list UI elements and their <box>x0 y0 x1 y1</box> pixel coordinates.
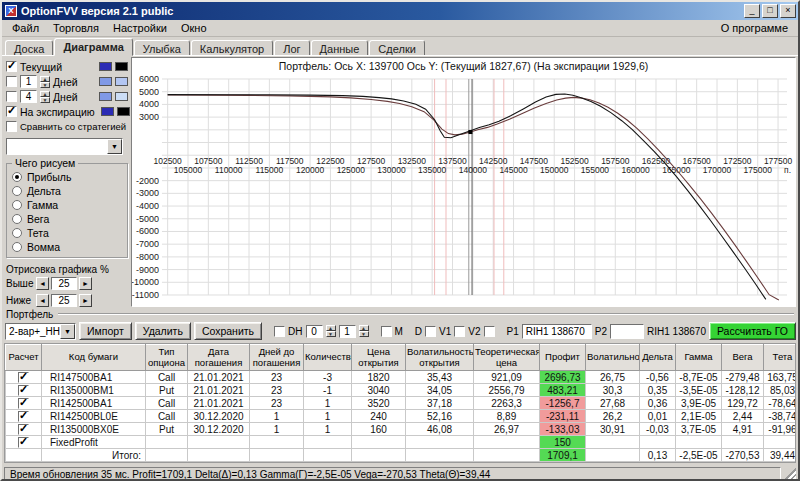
table-row: RI142500BA1Call21.01.2021231352037,18226… <box>6 397 797 410</box>
compare-strategy-checkbox[interactable] <box>6 121 17 132</box>
close-button[interactable]: × <box>780 4 796 18</box>
radio-vomma-row[interactable]: Вомма <box>12 240 122 254</box>
tab-data[interactable]: Данные <box>311 40 369 56</box>
radio-vomma[interactable] <box>12 242 22 252</box>
expiration-color-swatch-2[interactable] <box>117 107 130 116</box>
radio-theta-row[interactable]: Тета <box>12 226 122 240</box>
current-color-swatch-2[interactable] <box>115 62 128 71</box>
days2-spinner[interactable]: ▲▼ <box>40 91 50 103</box>
days2-checkbox[interactable] <box>6 91 17 102</box>
save-button[interactable]: Сохранить <box>194 322 262 340</box>
minimize-button[interactable]: _ <box>744 4 760 18</box>
row-check-cell <box>6 410 42 423</box>
tab-board[interactable]: Доска <box>5 40 53 56</box>
svg-text:125000: 125000 <box>337 165 366 175</box>
tab-deals[interactable]: Сделки <box>369 40 425 56</box>
days1-color-swatch-2[interactable] <box>115 77 128 86</box>
row-calc-checkbox[interactable] <box>18 411 29 422</box>
row-calc-checkbox[interactable] <box>18 398 29 409</box>
cell-gamma: -3,5E-05 <box>676 384 722 397</box>
dh-spin2-spinner[interactable]: ▲▼ <box>359 325 369 337</box>
current-color-swatch-1[interactable] <box>99 62 112 71</box>
days1-checkbox[interactable] <box>6 76 17 87</box>
dh-spin1-spinner[interactable]: ▲▼ <box>326 325 336 337</box>
below-decrease-button[interactable]: ◄ <box>36 294 49 307</box>
radio-vega-row[interactable]: Вега <box>12 212 122 226</box>
p1-input[interactable]: RIH1 138670 <box>522 324 592 339</box>
days2-color-swatch-2[interactable] <box>115 92 128 101</box>
above-value[interactable]: 25 <box>51 277 77 290</box>
table-row: RI142500BL0ECall30.12.20201124052,168,89… <box>6 410 797 423</box>
below-increase-button[interactable]: ► <box>79 294 92 307</box>
cell-qty: 1 <box>304 397 352 410</box>
dh-spin2-value[interactable]: 1 <box>339 325 356 338</box>
v1-checkbox[interactable] <box>454 326 465 337</box>
menu-window[interactable]: Окно <box>174 21 214 35</box>
below-value[interactable]: 25 <box>51 294 77 307</box>
days1-spinner[interactable]: ▲▼ <box>40 76 50 88</box>
p2-input[interactable] <box>610 324 644 339</box>
row-calc-checkbox[interactable] <box>18 385 29 396</box>
row-calc-checkbox[interactable] <box>18 437 29 448</box>
radio-delta[interactable] <box>12 186 22 196</box>
svg-text:110000: 110000 <box>215 165 243 175</box>
tab-log[interactable]: Лог <box>274 40 309 56</box>
dh-checkbox[interactable] <box>274 326 285 337</box>
cell-delta: 0,36 <box>640 397 676 410</box>
column-header: Волатильность <box>586 345 640 371</box>
cell-type <box>146 449 188 462</box>
radio-vega[interactable] <box>12 214 22 224</box>
radio-profit-row[interactable]: Прибыль <box>12 170 122 184</box>
delete-button[interactable]: Удалить <box>135 322 191 340</box>
chevron-down-icon[interactable]: ▼ <box>107 139 122 154</box>
cell-type: Call <box>146 397 188 410</box>
maximize-button[interactable]: □ <box>762 4 778 18</box>
days1-label: Дней <box>53 76 78 88</box>
dh-spin1-value[interactable]: 0 <box>306 325 323 338</box>
calc-go-button[interactable]: Рассчитать ГО <box>709 322 796 340</box>
cell-vega: -128,12 <box>722 384 764 397</box>
d-checkbox[interactable] <box>425 326 436 337</box>
menu-settings[interactable]: Настройки <box>106 21 174 35</box>
chevron-down-icon[interactable]: ▼ <box>60 324 75 339</box>
cell-open_price: 1820 <box>352 371 406 384</box>
radio-profit[interactable] <box>12 172 22 182</box>
above-decrease-button[interactable]: ◄ <box>36 277 49 290</box>
row-calc-checkbox[interactable] <box>18 372 29 383</box>
above-increase-button[interactable]: ► <box>79 277 92 290</box>
m-checkbox[interactable] <box>381 326 392 337</box>
payoff-chart[interactable]: 6000500040003000-2000-3000-4000-5000-600… <box>132 73 795 307</box>
tab-smile[interactable]: Улыбка <box>134 40 190 56</box>
tab-calculator[interactable]: Калькулятор <box>191 40 273 56</box>
menu-about[interactable]: О программе <box>714 21 795 35</box>
portfolio-preset-select[interactable]: 2-вар+_НН ▼ <box>5 323 76 340</box>
tab-diagram[interactable]: Диаграмма <box>54 38 132 56</box>
svg-text:5000: 5000 <box>139 87 159 97</box>
days2-color-swatch-1[interactable] <box>99 92 112 101</box>
cell-open_vol: 37,18 <box>406 397 474 410</box>
svg-text:-8000: -8000 <box>136 252 159 262</box>
radio-gamma-row[interactable]: Гамма <box>12 198 122 212</box>
days2-value[interactable]: 4 <box>20 90 37 103</box>
resize-grip-icon[interactable] <box>783 468 796 481</box>
radio-theta[interactable] <box>12 228 22 238</box>
expiration-color-swatch-1[interactable] <box>101 107 114 116</box>
positions-table-wrap: РасчетКод бумагиТип опционаДата погашени… <box>4 343 796 463</box>
days1-value[interactable]: 1 <box>20 75 37 88</box>
cell-gamma: -8,7E-05 <box>676 371 722 384</box>
strategy-select[interactable]: ▼ <box>6 138 123 155</box>
v2-checkbox[interactable] <box>484 326 495 337</box>
app-icon[interactable]: X <box>5 5 17 17</box>
days1-color-swatch-1[interactable] <box>99 77 112 86</box>
menu-trade[interactable]: Торговля <box>46 21 106 35</box>
expiration-checkbox[interactable] <box>6 106 17 117</box>
radio-gamma[interactable] <box>12 200 22 210</box>
radio-delta-row[interactable]: Дельта <box>12 184 122 198</box>
p2-label: P2 <box>595 326 607 337</box>
menu-file[interactable]: Файл <box>5 21 46 35</box>
cell-code: RI142500BA1 <box>42 397 146 410</box>
current-checkbox[interactable] <box>6 61 17 72</box>
radio-vega-label: Вега <box>27 213 49 225</box>
import-button[interactable]: Импорт <box>79 322 132 340</box>
row-calc-checkbox[interactable] <box>18 424 29 435</box>
